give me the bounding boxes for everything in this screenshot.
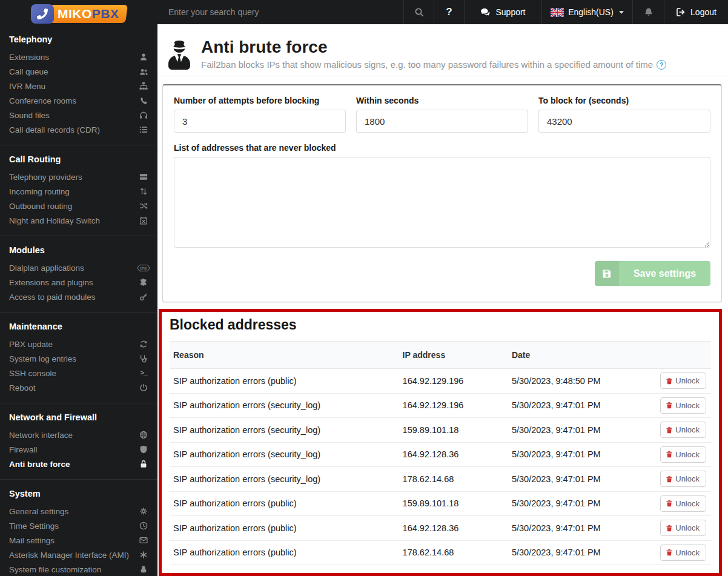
search-input[interactable] [168,7,403,17]
lock-icon [139,460,148,468]
column-date: Date [508,342,657,369]
section-title: Maintenance [9,313,148,337]
puzzle-icon [139,278,148,286]
table-row: SIP authorization errors (public) 178.62… [170,540,711,565]
language-label: English(US) [568,7,614,17]
sidebar-item-extensions[interactable]: Extensions [9,50,148,64]
app-logo[interactable]: MIKOPBX [0,0,157,25]
table-header-row: Reason IP address Date [170,342,711,369]
trash-icon [666,475,673,483]
user-icon [139,53,148,61]
unlock-button[interactable]: Unlock [660,545,706,561]
never-blocked-textarea[interactable] [174,157,710,248]
sidebar-item-outbound-routing[interactable]: Outbound routing [9,199,148,213]
within-seconds-label: Within seconds [356,96,528,105]
sidebar-item-cdr[interactable]: Call detail records (CDR) [9,122,148,137]
logo-text-pbx: PBX [92,7,119,21]
trash-icon [666,377,673,385]
sidebar-item-ami[interactable]: Asterisk Manager Interface (AMI) [9,548,148,562]
support-button[interactable]: Support [464,0,541,24]
save-settings-button[interactable]: Save settings [595,261,710,286]
sidebar-item-mail-settings[interactable]: Mail settings [9,533,148,548]
unlock-button[interactable]: Unlock [660,372,706,389]
never-blocked-label: List of addresses that are never blocked [174,143,710,153]
help-button[interactable]: ? [434,0,464,24]
trash-icon [666,451,673,458]
trash-icon [666,426,673,434]
unlock-button[interactable]: Unlock [660,397,706,414]
unlock-button[interactable]: Unlock [660,520,706,536]
table-row: SIP authorization errors (public) 164.92… [170,369,711,394]
linux-icon [139,565,148,574]
column-reason: Reason [170,342,399,369]
terminal-icon: >_ [139,369,148,377]
sidebar-item-reboot[interactable]: Reboot [9,380,148,395]
section-title: Telephony [9,25,148,50]
globe-icon [139,431,148,439]
notifications-button[interactable] [632,0,664,24]
sidebar-item-extensions-plugins[interactable]: Extensions and plugins [9,275,148,290]
sidebar-item-incoming-routing[interactable]: Incoming routing [9,184,148,199]
unlock-button[interactable]: Unlock [660,471,706,487]
sidebar-item-firewall[interactable]: Firewall [9,442,148,457]
unlock-button[interactable]: Unlock [660,422,706,438]
block-for-input[interactable] [538,110,710,133]
stethoscope-icon [139,354,148,363]
sidebar-item-general-settings[interactable]: General settings [9,504,148,518]
clock-icon [139,521,148,530]
sync-icon [139,340,148,348]
help-circle-icon[interactable]: ? [657,60,666,70]
sidebar-item-system-file-customization[interactable]: System file customization [9,562,148,576]
sidebar-item-ivr-menu[interactable]: IVR Menu [9,79,148,93]
trash-icon [666,402,673,409]
table-row: SIP authorization errors (public) 164.92… [170,516,711,541]
logout-button[interactable]: Logout [664,0,728,24]
sidebar-item-network-interface[interactable]: Network interface [9,428,148,442]
php-icon: php [139,265,148,271]
sidebar-item-dialplan-applications[interactable]: Dialplan applicationsphp [9,260,148,275]
search-icon [414,7,424,17]
block-for-label: To block for (seconds) [538,96,710,105]
within-seconds-input[interactable] [356,110,528,133]
language-dropdown[interactable]: English(US) [541,0,632,24]
unlock-button[interactable]: Unlock [660,446,706,463]
section-title: Call Routing [9,145,148,170]
sidebar-item-paid-modules[interactable]: Access to paid modules [9,290,148,304]
providers-icon [139,173,148,181]
main-content: Anti brute force Fail2ban blocks IPs tha… [157,24,728,576]
blocked-addresses-table: Reason IP address Date SIP authorization… [170,341,711,565]
logout-label: Logout [690,7,716,17]
table-row: SIP authorization errors (security_log) … [170,467,711,492]
trash-icon [666,525,673,532]
attempts-input[interactable] [174,110,346,133]
attempts-label: Number of attempts before blocking [174,96,346,105]
sidebar-item-call-queue[interactable]: Call queue [9,64,148,79]
sidebar-section-network-firewall: Network and Firewall Network interface F… [0,403,157,479]
shield-icon [139,445,148,454]
sidebar-item-system-log-entries[interactable]: System log entries [9,351,148,366]
search-button[interactable] [403,0,434,24]
sidebar-item-telephony-providers[interactable]: Telephony providers [9,170,148,184]
sidebar-item-sound-files[interactable]: Sound files [9,108,148,122]
topbar: ? Support English(US) Logout [157,0,728,24]
sidebar-item-anti-brute-force[interactable]: Anti brute force [9,457,148,471]
sidebar-section-maintenance: Maintenance PBX update System log entrie… [0,312,157,403]
sidebar-item-night-holiday-switch[interactable]: Night and Holiday Switch [9,213,148,228]
envelope-icon [139,536,148,545]
comments-icon [480,7,491,18]
sidebar-item-time-settings[interactable]: Time Settings [9,518,148,533]
save-icon [595,261,619,286]
sitemap-icon [139,82,148,90]
power-icon [139,383,148,392]
sidebar-section-modules: Modules Dialplan applicationsphp Extensi… [0,236,157,312]
table-row: SIP authorization errors (public) 159.89… [170,491,711,516]
random-icon [139,202,148,210]
table-row: SIP authorization errors (security_log) … [170,442,711,467]
save-settings-label: Save settings [619,268,710,279]
unlock-button[interactable]: Unlock [660,495,706,512]
trash-icon [666,500,673,507]
sidebar-item-pbx-update[interactable]: PBX update [9,337,148,351]
sidebar-item-ssh-console[interactable]: SSH console>_ [9,366,148,380]
headphones-icon [139,111,148,119]
sidebar-item-conference-rooms[interactable]: Conference rooms [9,93,148,108]
